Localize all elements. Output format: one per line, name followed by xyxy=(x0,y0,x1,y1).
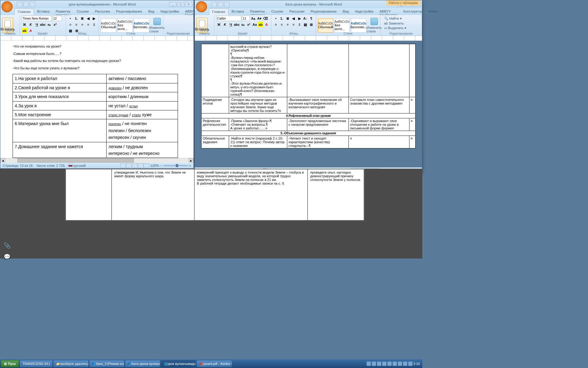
zoom-in-button[interactable]: + xyxy=(189,164,191,167)
find-button[interactable]: 🔍 Найти ▾ xyxy=(383,16,419,21)
taskbar-item[interactable]: 📘 Ката урока вулканы - ... xyxy=(125,360,160,367)
strike-button[interactable]: abc xyxy=(40,22,46,27)
pdf-cell[interactable]: утверждение И. Ньютона о том, что Земле … xyxy=(112,169,194,220)
font-name-select[interactable] xyxy=(22,16,52,21)
multilevel-button[interactable]: ≣ xyxy=(285,16,290,21)
taskbar-item[interactable]: TRANSCEND (H:) xyxy=(20,360,53,367)
pdf-cell[interactable]: проведите опыт, наглядно демонстрирующий… xyxy=(308,169,364,220)
cell[interactable]: понятен / не понятенполезен / бесполезен… xyxy=(107,119,178,142)
tab-layout[interactable]: Разметка страницы xyxy=(53,8,74,15)
font-size-select[interactable] xyxy=(52,16,62,21)
taskbar-item[interactable]: 📘 Урок_3 [Режим огранич... xyxy=(89,360,124,367)
replace-button[interactable]: ab Заменить xyxy=(383,21,419,25)
indent-dec-button[interactable]: ◀ xyxy=(85,16,91,21)
style-normal[interactable]: AaBbCcDcОбычный xyxy=(318,18,333,33)
align-right-button[interactable]: ≡ xyxy=(80,22,85,27)
attachment-icon[interactable]: 📎 xyxy=(4,242,11,248)
qat-save-icon[interactable] xyxy=(211,2,217,7)
tab-addins[interactable]: Надстройки xyxy=(352,8,376,15)
zoom-level[interactable]: 120% xyxy=(150,164,159,167)
qat-save-icon[interactable] xyxy=(17,2,22,7)
outline-view[interactable] xyxy=(138,163,143,168)
tab-addins[interactable]: Надстройки xyxy=(157,8,182,15)
align-left-button[interactable]: ≡ xyxy=(273,22,278,27)
style-heading[interactable]: AaBbCcDcЗаголово... xyxy=(134,18,149,33)
tray-icon[interactable] xyxy=(387,362,392,366)
cell[interactable]: легким / трудныминтересно / не интересно xyxy=(107,142,178,158)
tab-review[interactable]: Рецензирование xyxy=(307,8,340,15)
tab-table-layout[interactable]: Макет xyxy=(426,8,441,15)
scroll-right-button[interactable]: ▶ xyxy=(189,158,194,163)
align-center-button[interactable]: ≡ xyxy=(74,22,79,27)
office-button[interactable] xyxy=(196,1,207,12)
qat-undo-icon[interactable] xyxy=(218,2,223,7)
tray-icon[interactable] xyxy=(372,362,376,366)
indent-inc-button[interactable]: ▶ xyxy=(92,16,97,21)
align-right-button[interactable]: ≡ xyxy=(285,22,290,27)
doc-text[interactable]: -Какой вид работы вы хотели бы повторить… xyxy=(13,58,181,64)
numbering-button[interactable]: 1. xyxy=(74,16,79,21)
scroll-thumb[interactable] xyxy=(17,158,134,163)
cell[interactable]: доволен / не доволен xyxy=(107,83,178,92)
horizontal-scrollbar-1[interactable]: ◀ ▶ xyxy=(0,158,194,163)
qat-redo-icon[interactable] xyxy=(224,2,230,7)
multilevel-button[interactable]: ≣ xyxy=(80,16,85,21)
tab-references[interactable]: Ссылки xyxy=(74,8,92,15)
close-button[interactable]: × xyxy=(185,2,192,7)
reflection-table[interactable]: 1.На уроке я работалактивно / пассивно 2… xyxy=(13,74,178,158)
maximize-button[interactable]: □ xyxy=(177,2,184,7)
zoom-slider[interactable] xyxy=(164,165,188,166)
clock[interactable]: 3:10 xyxy=(413,362,420,366)
office-button[interactable] xyxy=(2,1,13,12)
tab-home[interactable]: Главная xyxy=(14,8,34,15)
change-case-button[interactable]: Aa xyxy=(252,22,257,27)
tray-icon[interactable] xyxy=(408,362,413,366)
style-normal[interactable]: AaBbCcDcОбычный xyxy=(101,18,116,33)
shading-button[interactable]: ▨ xyxy=(303,22,308,27)
font-name-select[interactable] xyxy=(216,16,241,21)
tab-layout[interactable]: Разметка страницы xyxy=(247,8,268,15)
tab-mailings[interactable]: Рассылки xyxy=(286,8,307,15)
draft-view[interactable] xyxy=(144,163,149,168)
tab-review[interactable]: Рецензирование xyxy=(113,8,145,15)
page-indicator[interactable]: Страница: 13 из 16 xyxy=(3,164,33,167)
align-left-button[interactable]: ≡ xyxy=(68,22,73,27)
pdf-page[interactable]: утверждение И. Ньютона о том, что Земле … xyxy=(65,169,364,221)
pdf-cell[interactable]: измерений приходят к выводу о точности м… xyxy=(194,169,308,220)
full-screen-view[interactable] xyxy=(126,163,132,168)
tray-icon[interactable] xyxy=(367,362,371,366)
clear-format-button[interactable]: ⌫ xyxy=(263,16,268,21)
tray-icon[interactable] xyxy=(398,362,402,366)
scroll-left-button[interactable]: ◀ xyxy=(0,158,5,163)
tray-icon[interactable] xyxy=(382,362,386,366)
tab-mailings[interactable]: Рассылки xyxy=(92,8,113,15)
doc-text[interactable]: -Что не понравилось на уроке? xyxy=(13,44,181,49)
strike-button[interactable]: abc xyxy=(234,22,239,27)
print-layout-view[interactable] xyxy=(120,163,126,168)
taskbar-item-active[interactable]: 📘 урок вулканывидои... xyxy=(161,360,196,367)
horizontal-ruler-1[interactable] xyxy=(0,36,194,41)
tab-abbyy[interactable]: ABBYY FineReader 11 xyxy=(376,8,400,15)
change-styles-button[interactable]: Изменить стили xyxy=(150,18,164,33)
indent-dec-button[interactable]: ◀ xyxy=(291,16,296,21)
justify-button[interactable]: ≡ xyxy=(291,22,296,27)
superscript-button[interactable]: x² xyxy=(52,22,58,27)
tab-insert[interactable]: Вставка xyxy=(228,8,247,15)
titlebar-2[interactable]: Ката урока вулканы - Microsoft Word Рабо… xyxy=(195,0,422,8)
qat-undo-icon[interactable] xyxy=(23,2,29,7)
sort-button[interactable]: A↓ xyxy=(303,16,308,21)
line-spacing-button[interactable]: ‡ xyxy=(297,22,302,27)
font-color-button[interactable]: A xyxy=(264,22,269,27)
doc-text[interactable]: -Что бы вы еще хотели узнать о вулканах? xyxy=(13,66,181,71)
grow-font-button[interactable]: A▴ xyxy=(251,16,256,21)
superscript-button[interactable]: x² xyxy=(246,22,251,27)
titlebar-1[interactable]: урок вулканывидоизменен - Microsoft Word… xyxy=(0,0,194,8)
cell[interactable]: не устал / устал xyxy=(107,101,178,110)
taskbar-item[interactable]: 📕 урок4.pdf - Adobe Reader xyxy=(197,360,232,367)
tray-icon[interactable] xyxy=(393,362,397,366)
taskbar-item[interactable]: 📁 проба(не удалять) xyxy=(53,360,89,367)
italic-button[interactable]: К xyxy=(28,22,33,27)
align-center-button[interactable]: ≡ xyxy=(279,22,284,27)
tab-view[interactable]: Вид xyxy=(340,8,352,15)
style-no-spacing[interactable]: AaBbCcDcБез инте... xyxy=(117,18,133,33)
